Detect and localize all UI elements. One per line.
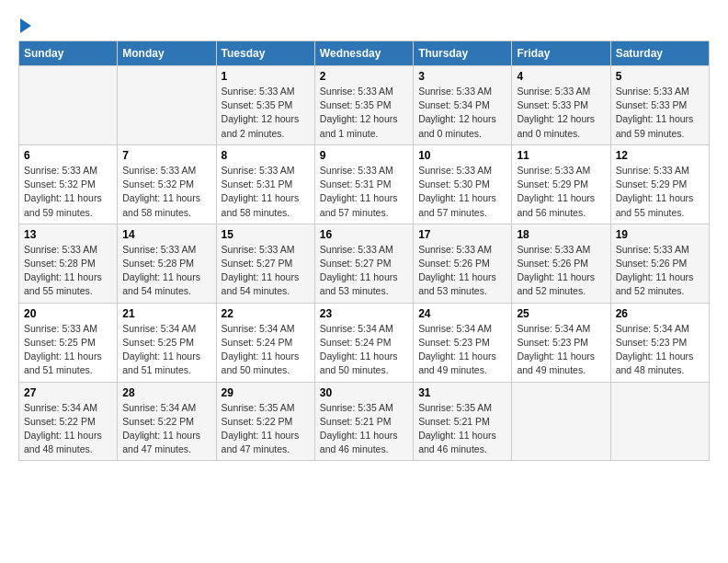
page-header — [18, 18, 710, 33]
day-number: 27 — [24, 386, 112, 399]
calendar-cell — [118, 66, 216, 145]
day-number: 22 — [222, 307, 310, 320]
day-number: 9 — [320, 149, 408, 162]
day-number: 8 — [222, 149, 310, 162]
day-number: 10 — [418, 149, 506, 162]
day-number: 16 — [320, 228, 408, 241]
day-detail: Sunrise: 5:33 AMSunset: 5:28 PMDaylight:… — [122, 243, 210, 299]
calendar-cell: 27Sunrise: 5:34 AMSunset: 5:22 PMDayligh… — [19, 382, 118, 461]
day-detail: Sunrise: 5:34 AMSunset: 5:24 PMDaylight:… — [222, 322, 310, 378]
day-detail: Sunrise: 5:34 AMSunset: 5:23 PMDaylight:… — [517, 322, 605, 378]
calendar-cell: 5Sunrise: 5:33 AMSunset: 5:33 PMDaylight… — [610, 66, 709, 145]
logo — [18, 18, 31, 33]
day-number: 23 — [320, 307, 408, 320]
calendar-cell: 6Sunrise: 5:33 AMSunset: 5:32 PMDaylight… — [19, 144, 118, 224]
calendar-cell: 20Sunrise: 5:33 AMSunset: 5:25 PMDayligh… — [19, 303, 118, 382]
calendar-cell: 22Sunrise: 5:34 AMSunset: 5:24 PMDayligh… — [216, 303, 314, 382]
day-number: 7 — [122, 149, 210, 162]
calendar-header-row: SundayMondayTuesdayWednesdayThursdayFrid… — [19, 41, 710, 66]
day-detail: Sunrise: 5:33 AMSunset: 5:30 PMDaylight:… — [418, 164, 506, 220]
day-number: 15 — [222, 228, 310, 241]
calendar-cell: 2Sunrise: 5:33 AMSunset: 5:35 PMDaylight… — [314, 66, 413, 145]
day-detail: Sunrise: 5:34 AMSunset: 5:25 PMDaylight:… — [122, 322, 210, 378]
day-number: 29 — [222, 386, 310, 399]
calendar-cell: 8Sunrise: 5:33 AMSunset: 5:31 PMDaylight… — [216, 144, 314, 224]
calendar-cell: 25Sunrise: 5:34 AMSunset: 5:23 PMDayligh… — [512, 303, 610, 382]
calendar-cell: 21Sunrise: 5:34 AMSunset: 5:25 PMDayligh… — [118, 303, 216, 382]
calendar-cell: 23Sunrise: 5:34 AMSunset: 5:24 PMDayligh… — [314, 303, 413, 382]
column-header-monday: Monday — [118, 41, 216, 66]
calendar-cell: 9Sunrise: 5:33 AMSunset: 5:31 PMDaylight… — [314, 144, 413, 224]
day-number: 18 — [517, 228, 605, 241]
day-detail: Sunrise: 5:34 AMSunset: 5:23 PMDaylight:… — [418, 322, 506, 378]
day-detail: Sunrise: 5:33 AMSunset: 5:25 PMDaylight:… — [24, 322, 112, 378]
calendar-week-4: 20Sunrise: 5:33 AMSunset: 5:25 PMDayligh… — [19, 303, 710, 382]
calendar-cell: 19Sunrise: 5:33 AMSunset: 5:26 PMDayligh… — [610, 224, 709, 303]
column-header-thursday: Thursday — [414, 41, 512, 66]
day-detail: Sunrise: 5:35 AMSunset: 5:21 PMDaylight:… — [418, 401, 506, 457]
day-detail: Sunrise: 5:33 AMSunset: 5:32 PMDaylight:… — [122, 164, 210, 220]
day-detail: Sunrise: 5:33 AMSunset: 5:31 PMDaylight:… — [222, 164, 310, 220]
calendar-cell: 18Sunrise: 5:33 AMSunset: 5:26 PMDayligh… — [512, 224, 610, 303]
day-detail: Sunrise: 5:35 AMSunset: 5:22 PMDaylight:… — [222, 401, 310, 457]
calendar-cell: 3Sunrise: 5:33 AMSunset: 5:34 PMDaylight… — [414, 66, 512, 145]
day-number: 28 — [122, 386, 210, 399]
day-number: 4 — [517, 70, 605, 83]
day-number: 17 — [418, 228, 506, 241]
day-number: 11 — [517, 149, 605, 162]
day-number: 14 — [122, 228, 210, 241]
calendar-cell — [610, 382, 709, 461]
calendar-week-5: 27Sunrise: 5:34 AMSunset: 5:22 PMDayligh… — [19, 382, 710, 461]
calendar-cell: 12Sunrise: 5:33 AMSunset: 5:29 PMDayligh… — [610, 144, 709, 224]
day-number: 20 — [24, 307, 112, 320]
calendar-table: SundayMondayTuesdayWednesdayThursdayFrid… — [18, 40, 710, 461]
day-detail: Sunrise: 5:33 AMSunset: 5:33 PMDaylight:… — [616, 85, 704, 141]
day-detail: Sunrise: 5:34 AMSunset: 5:22 PMDaylight:… — [24, 401, 112, 457]
day-number: 5 — [616, 70, 704, 83]
day-detail: Sunrise: 5:34 AMSunset: 5:22 PMDaylight:… — [122, 401, 210, 457]
day-detail: Sunrise: 5:33 AMSunset: 5:29 PMDaylight:… — [616, 164, 704, 220]
day-detail: Sunrise: 5:33 AMSunset: 5:34 PMDaylight:… — [418, 85, 506, 141]
calendar-cell: 30Sunrise: 5:35 AMSunset: 5:21 PMDayligh… — [314, 382, 413, 461]
day-detail: Sunrise: 5:33 AMSunset: 5:26 PMDaylight:… — [517, 243, 605, 299]
day-number: 25 — [517, 307, 605, 320]
calendar-cell: 31Sunrise: 5:35 AMSunset: 5:21 PMDayligh… — [414, 382, 512, 461]
day-detail: Sunrise: 5:33 AMSunset: 5:26 PMDaylight:… — [418, 243, 506, 299]
calendar-cell: 26Sunrise: 5:34 AMSunset: 5:23 PMDayligh… — [610, 303, 709, 382]
calendar-cell: 13Sunrise: 5:33 AMSunset: 5:28 PMDayligh… — [19, 224, 118, 303]
calendar-cell: 15Sunrise: 5:33 AMSunset: 5:27 PMDayligh… — [216, 224, 314, 303]
calendar-cell: 10Sunrise: 5:33 AMSunset: 5:30 PMDayligh… — [414, 144, 512, 224]
column-header-tuesday: Tuesday — [216, 41, 314, 66]
column-header-wednesday: Wednesday — [314, 41, 413, 66]
day-detail: Sunrise: 5:33 AMSunset: 5:29 PMDaylight:… — [517, 164, 605, 220]
calendar-cell: 7Sunrise: 5:33 AMSunset: 5:32 PMDaylight… — [118, 144, 216, 224]
calendar-cell: 24Sunrise: 5:34 AMSunset: 5:23 PMDayligh… — [414, 303, 512, 382]
day-detail: Sunrise: 5:33 AMSunset: 5:26 PMDaylight:… — [616, 243, 704, 299]
day-number: 6 — [24, 149, 112, 162]
day-number: 3 — [418, 70, 506, 83]
calendar-week-2: 6Sunrise: 5:33 AMSunset: 5:32 PMDaylight… — [19, 144, 710, 224]
calendar-week-1: 1Sunrise: 5:33 AMSunset: 5:35 PMDaylight… — [19, 66, 710, 145]
day-number: 21 — [122, 307, 210, 320]
calendar-cell: 1Sunrise: 5:33 AMSunset: 5:35 PMDaylight… — [216, 66, 314, 145]
column-header-friday: Friday — [512, 41, 610, 66]
calendar-cell: 29Sunrise: 5:35 AMSunset: 5:22 PMDayligh… — [216, 382, 314, 461]
day-detail: Sunrise: 5:33 AMSunset: 5:35 PMDaylight:… — [320, 85, 408, 141]
day-detail: Sunrise: 5:33 AMSunset: 5:32 PMDaylight:… — [24, 164, 112, 220]
day-detail: Sunrise: 5:33 AMSunset: 5:28 PMDaylight:… — [24, 243, 112, 299]
day-number: 19 — [616, 228, 704, 241]
day-detail: Sunrise: 5:33 AMSunset: 5:27 PMDaylight:… — [320, 243, 408, 299]
column-header-saturday: Saturday — [610, 41, 709, 66]
calendar-cell: 16Sunrise: 5:33 AMSunset: 5:27 PMDayligh… — [314, 224, 413, 303]
logo-arrow-icon — [20, 18, 31, 33]
day-detail: Sunrise: 5:33 AMSunset: 5:31 PMDaylight:… — [320, 164, 408, 220]
day-detail: Sunrise: 5:33 AMSunset: 5:27 PMDaylight:… — [222, 243, 310, 299]
day-detail: Sunrise: 5:34 AMSunset: 5:23 PMDaylight:… — [616, 322, 704, 378]
day-detail: Sunrise: 5:33 AMSunset: 5:33 PMDaylight:… — [517, 85, 605, 141]
calendar-cell: 14Sunrise: 5:33 AMSunset: 5:28 PMDayligh… — [118, 224, 216, 303]
day-number: 30 — [320, 386, 408, 399]
day-number: 26 — [616, 307, 704, 320]
calendar-cell: 28Sunrise: 5:34 AMSunset: 5:22 PMDayligh… — [118, 382, 216, 461]
calendar-cell — [19, 66, 118, 145]
calendar-cell: 11Sunrise: 5:33 AMSunset: 5:29 PMDayligh… — [512, 144, 610, 224]
